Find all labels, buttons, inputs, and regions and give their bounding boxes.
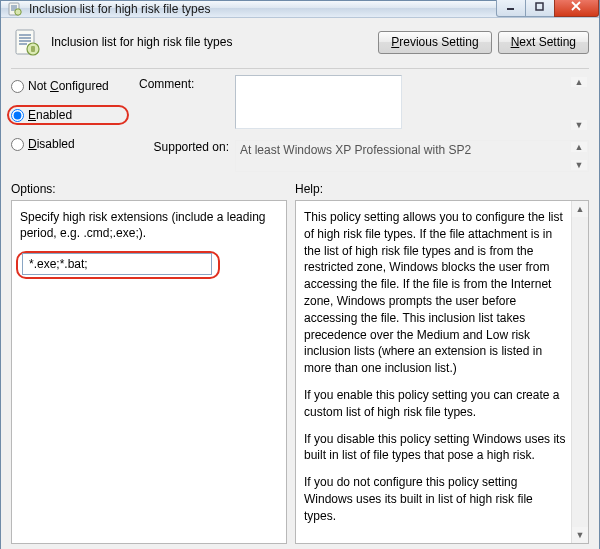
svg-rect-15 [31, 46, 35, 52]
help-label: Help: [295, 182, 589, 196]
help-paragraph: This policy setting allows you to config… [304, 209, 566, 377]
previous-setting-button[interactable]: Previous Setting [378, 31, 491, 54]
help-panel: This policy setting allows you to config… [295, 200, 589, 544]
content-area: Inclusion list for high risk file types … [1, 18, 599, 549]
app-icon [7, 1, 23, 17]
radio-enabled[interactable]: Enabled [11, 108, 121, 122]
highlight-extensions [16, 251, 220, 279]
help-scrollbar[interactable]: ▲ ▼ [571, 201, 588, 543]
radio-not-configured[interactable]: Not Configured [11, 79, 129, 93]
titlebar[interactable]: Inclusion list for high risk file types [1, 1, 599, 18]
window-title: Inclusion list for high risk file types [29, 2, 497, 16]
highlight-enabled: Enabled [7, 105, 129, 125]
scroll-up-icon[interactable]: ▲ [571, 142, 587, 152]
separator [11, 68, 589, 69]
comment-textarea[interactable] [235, 75, 402, 129]
radio-disabled-input[interactable] [11, 138, 24, 151]
radio-enabled-input[interactable] [11, 109, 24, 122]
svg-point-4 [15, 9, 21, 15]
scroll-down-icon[interactable]: ▼ [572, 527, 588, 543]
maximize-button[interactable] [525, 0, 555, 17]
supported-label: Supported on: [139, 140, 229, 154]
supported-on-text: At least Windows XP Professional with SP… [240, 143, 471, 157]
header-row: Inclusion list for high risk file types … [11, 26, 589, 66]
extensions-input[interactable] [22, 253, 212, 275]
window-controls [497, 0, 599, 17]
svg-rect-6 [536, 3, 543, 10]
scroll-up-icon[interactable]: ▲ [571, 77, 587, 87]
lower-panels: Options: Specify high risk extensions (i… [11, 182, 589, 544]
supported-scrollbar[interactable]: ▲ ▼ [571, 142, 587, 170]
scroll-down-icon[interactable]: ▼ [571, 120, 587, 130]
help-paragraph: If you enable this policy setting you ca… [304, 387, 566, 421]
minimize-button[interactable] [496, 0, 526, 17]
comment-label: Comment: [139, 75, 229, 132]
help-paragraph: If you do not configure this policy sett… [304, 474, 566, 524]
scroll-down-icon[interactable]: ▼ [571, 160, 587, 170]
extensions-spec-label: Specify high risk extensions (include a … [20, 209, 278, 241]
state-radios: Not Configured Enabled Disabled [11, 75, 129, 172]
policy-title: Inclusion list for high risk file types [51, 35, 232, 49]
options-label: Options: [11, 182, 287, 196]
help-paragraph: If you disable this policy setting Windo… [304, 431, 566, 465]
close-button[interactable] [554, 0, 599, 17]
options-panel: Specify high risk extensions (include a … [11, 200, 287, 544]
comment-scrollbar[interactable]: ▲ ▼ [571, 77, 587, 130]
policy-editor-window: Inclusion list for high risk file types [0, 0, 600, 549]
policy-icon [11, 26, 43, 58]
next-setting-button[interactable]: Next Setting [498, 31, 589, 54]
radio-disabled[interactable]: Disabled [11, 137, 129, 151]
scroll-up-icon[interactable]: ▲ [572, 201, 588, 217]
radio-not-configured-input[interactable] [11, 80, 24, 93]
config-row: Not Configured Enabled Disabled Comment: [11, 75, 589, 172]
supported-on-box: At least Windows XP Professional with SP… [235, 140, 589, 172]
